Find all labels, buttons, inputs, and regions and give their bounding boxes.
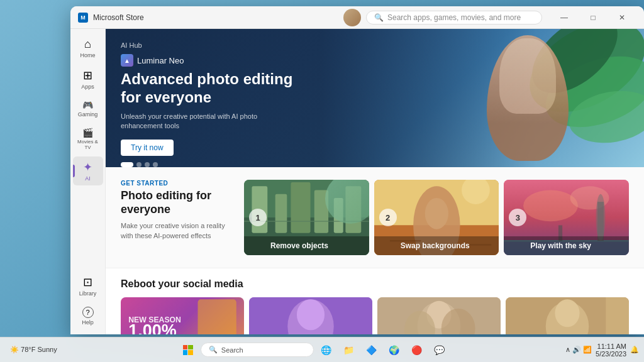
svg-rect-7	[275, 194, 287, 233]
hero-dot-2[interactable]	[136, 162, 142, 167]
feature-1-label: Remove objects	[244, 236, 369, 255]
window-controls: — □ ✕	[550, 6, 636, 29]
hero-cta-button[interactable]: Try it now	[121, 140, 174, 156]
svg-rect-36	[287, 334, 334, 334]
social-card-4[interactable]	[506, 297, 629, 334]
ai-icon: ✦	[83, 160, 92, 174]
sidebar-gaming-label: Gaming	[78, 111, 98, 118]
get-started-section: GET STARTED Photo editing for everyone M…	[106, 167, 644, 268]
weather-icon: ☀️	[10, 346, 19, 353]
gaming-icon: 🎮	[82, 100, 93, 110]
svg-point-27	[596, 194, 606, 241]
sidebar-item-gaming[interactable]: 🎮 Gaming	[73, 96, 103, 121]
close-button[interactable]: ✕	[608, 6, 636, 29]
svg-rect-10	[334, 198, 343, 233]
home-icon: ⌂	[84, 38, 91, 51]
sidebar-library-label: Library	[79, 290, 97, 297]
sidebar-apps-label: Apps	[81, 84, 94, 90]
taskbar-weather: ☀️ 78°F Sunny	[5, 346, 62, 354]
main-content: AI Hub ▲ Luminar Neo Advanced photo edit…	[106, 29, 644, 334]
hero-title: Advanced photo editing for everyone	[121, 70, 297, 107]
weather-condition: Sunny	[37, 346, 57, 353]
social-section-title: Reboot your social media	[121, 278, 629, 290]
get-started-text: GET STARTED Photo editing for everyone M…	[121, 180, 234, 241]
apps-icon: ⊞	[83, 69, 92, 82]
window-title: Microsoft Store	[93, 13, 343, 22]
sidebar-help-label: Help	[82, 319, 94, 326]
weather-temp: 78°F	[21, 346, 35, 353]
svg-rect-8	[291, 182, 311, 233]
sidebar-item-movies[interactable]: 🎬 Movies & TV	[73, 124, 103, 154]
taskbar-search-box[interactable]: 🔍 Search	[201, 343, 314, 357]
library-icon: ⊡	[83, 275, 92, 289]
get-started-label: GET STARTED	[121, 180, 234, 187]
hero-dot-1[interactable]	[121, 162, 133, 167]
hero-ai-hub-label: AI Hub	[121, 41, 629, 49]
minimize-button[interactable]: —	[550, 6, 579, 29]
taskbar-icon-app1[interactable]: 🔷	[362, 340, 382, 360]
sidebar-item-help[interactable]: ? Help	[73, 303, 103, 329]
social-card-2[interactable]	[249, 297, 372, 334]
help-icon: ?	[82, 307, 94, 318]
avatar[interactable]	[343, 9, 361, 26]
feature-1-number: 1	[249, 209, 267, 226]
titlebar-search[interactable]: 🔍 Search apps, games, movies, and more	[366, 11, 542, 25]
system-tray-icons: ∧ 🔊 📶	[565, 346, 592, 354]
svg-rect-32	[198, 299, 236, 334]
feature-card-swap-backgrounds[interactable]: 2 Swap backgrounds	[374, 180, 499, 255]
get-started-description: Make your creative vision a reality with…	[121, 221, 234, 241]
sidebar: ⌂ Home ⊞ Apps 🎮 Gaming 🎬 Movies & TV ✦ A…	[70, 29, 106, 334]
feature-2-number: 2	[379, 209, 397, 226]
feature-3-label: Play with the sky	[504, 236, 629, 255]
get-started-title: Photo editing for everyone	[121, 189, 234, 216]
start-button[interactable]	[178, 340, 198, 360]
svg-text:1.00%: 1.00%	[128, 321, 176, 334]
svg-rect-46	[606, 297, 629, 334]
taskbar-icon-teams[interactable]: 💬	[430, 340, 450, 360]
movies-icon: 🎬	[82, 128, 93, 138]
titlebar: M Microsoft Store 🔍 Search apps, games, …	[70, 6, 644, 29]
notification-icon[interactable]: 🔔	[630, 346, 639, 354]
taskbar-icon-file-explorer[interactable]: 📁	[339, 340, 359, 360]
svg-point-22	[523, 190, 578, 222]
hero-dot-4[interactable]	[153, 162, 158, 167]
feature-cards: 1 Remove objects	[244, 180, 629, 255]
taskbar-icon-widgets[interactable]: 🌐	[316, 340, 336, 360]
svg-point-44	[555, 299, 579, 327]
feature-3-number: 3	[509, 209, 526, 226]
hero-app-name-text: Luminar Neo	[137, 56, 184, 65]
social-card-3[interactable]	[377, 297, 501, 334]
svg-point-18	[425, 198, 448, 229]
hero-subtitle: Unleash your creative potential with AI …	[121, 112, 259, 131]
taskbar-icon-app2[interactable]: 🔴	[407, 340, 427, 360]
ai-active-indicator	[73, 165, 75, 177]
hero-dot-3[interactable]	[145, 162, 150, 167]
sidebar-home-label: Home	[80, 52, 95, 58]
taskbar-icon-edge[interactable]: 🌍	[384, 340, 404, 360]
feature-card-play-sky[interactable]: 3 Play with the sky	[504, 180, 629, 255]
sidebar-item-home[interactable]: ⌂ Home	[73, 34, 103, 62]
clock-date: 5/23/2023	[596, 350, 626, 358]
maximize-button[interactable]: □	[579, 6, 608, 29]
taskbar: ☀️ 78°F Sunny 🔍 Search 🌐 📁 🔷 🌍 🔴 💬 ∧ 🔊 📶…	[0, 337, 644, 362]
social-card-1[interactable]: NEW SEASON 1.00%	[121, 297, 244, 334]
sidebar-item-library[interactable]: ⊡ Library	[73, 272, 103, 300]
taskbar-right: ∧ 🔊 📶 11:11 AM 5/23/2023 🔔	[565, 343, 644, 358]
windows-logo	[183, 345, 193, 355]
microsoft-store-window: M Microsoft Store 🔍 Search apps, games, …	[70, 6, 644, 334]
svg-rect-9	[314, 190, 328, 233]
app-icon: M	[78, 13, 88, 23]
main-layout: ⌂ Home ⊞ Apps 🎮 Gaming 🎬 Movies & TV ✦ A…	[70, 29, 644, 334]
feature-2-label: Swap backgrounds	[374, 236, 499, 255]
taskbar-search-icon: 🔍	[209, 346, 218, 354]
taskbar-clock[interactable]: 11:11 AM 5/23/2023	[596, 343, 626, 358]
hero-dots	[121, 162, 629, 167]
sidebar-movies-label: Movies & TV	[75, 139, 101, 150]
feature-card-remove-objects[interactable]: 1 Remove objects	[244, 180, 369, 255]
taskbar-search-text: Search	[221, 346, 243, 354]
taskbar-center: 🔍 Search 🌐 📁 🔷 🌍 🔴 💬	[178, 340, 450, 360]
search-icon: 🔍	[374, 13, 384, 22]
sidebar-item-apps[interactable]: ⊞ Apps	[73, 65, 103, 94]
social-media-section: Reboot your social media NEW SEASON 1.00…	[106, 268, 644, 334]
sidebar-item-ai[interactable]: ✦ AI	[73, 156, 103, 185]
